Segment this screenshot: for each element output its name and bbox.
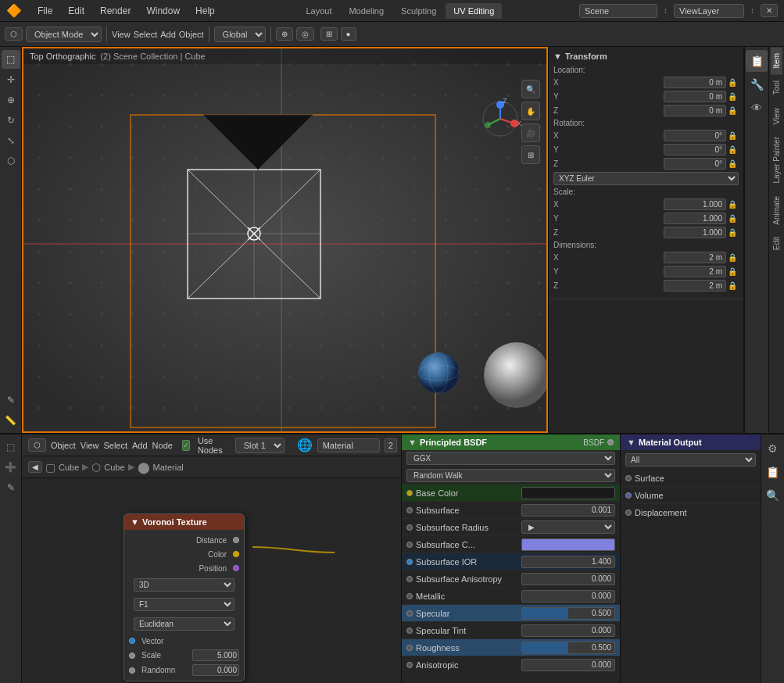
node-canvas[interactable]: ▼ Voronoi Texture Distance Color: [22, 478, 401, 683]
use-nodes-checkbox[interactable]: ✓: [182, 440, 190, 451]
subsurface-value[interactable]: 0.001: [521, 504, 615, 517]
specular-socket[interactable]: [406, 610, 413, 617]
ne-view-menu[interactable]: View: [81, 441, 99, 450]
grid-btn[interactable]: ⊞: [521, 145, 540, 164]
in-vector-socket[interactable]: [129, 638, 135, 644]
breadcrumb-cube1[interactable]: Cube: [59, 463, 79, 472]
scale-field[interactable]: [192, 649, 239, 661]
vtab-animate[interactable]: Animate: [771, 190, 782, 231]
spec-tint-socket[interactable]: [406, 628, 413, 634]
orbit-btn[interactable]: 🎥: [521, 123, 540, 142]
menu-file[interactable]: File: [31, 4, 59, 18]
node-editor-icon[interactable]: ⬡: [28, 438, 46, 452]
mode-icon-btn[interactable]: ⬡: [5, 27, 23, 41]
toolbar-view[interactable]: View: [112, 30, 131, 39]
menu-render[interactable]: Render: [94, 4, 137, 18]
loc-y-input[interactable]: [664, 91, 726, 102]
sss-aniso-socket[interactable]: [406, 576, 413, 582]
random-field[interactable]: [192, 664, 239, 676]
zoom-btn[interactable]: 🔍: [521, 80, 540, 98]
aniso-value[interactable]: 0.000: [521, 659, 615, 671]
loc-z-input[interactable]: [664, 105, 726, 116]
bsdf-sss-dropdown[interactable]: Random Walk: [406, 469, 615, 482]
roughness-socket[interactable]: [406, 645, 413, 651]
scale-x-input[interactable]: [664, 198, 726, 210]
out-color-socket[interactable]: [233, 551, 239, 557]
viewport[interactable]: Top Orthographic (2) Scene Collection | …: [22, 47, 548, 433]
tool-select[interactable]: ⬚: [2, 50, 20, 69]
voronoi-node[interactable]: ▼ Voronoi Texture Distance Color: [124, 513, 245, 681]
mat-volume-socket[interactable]: [625, 492, 632, 499]
breadcrumb-collapse[interactable]: ◀: [28, 461, 42, 473]
sss-ior-socket[interactable]: [406, 559, 413, 565]
sss-ior-value[interactable]: 1.400: [521, 556, 615, 568]
node-select-tool[interactable]: ⬚: [2, 438, 20, 456]
in-random-socket[interactable]: [129, 667, 135, 674]
ne-node-menu[interactable]: Node: [152, 441, 173, 450]
scene-input[interactable]: [579, 4, 657, 18]
ne-object-menu[interactable]: Object: [51, 441, 76, 450]
scale-z-input[interactable]: [664, 227, 726, 238]
sidebar-view-btn[interactable]: 👁: [746, 97, 768, 119]
ne-sidebar-icon-2[interactable]: 📋: [762, 461, 784, 483]
tool-cursor[interactable]: ✛: [2, 70, 20, 89]
transform-header[interactable]: ▼ Transform: [553, 52, 739, 61]
menu-edit[interactable]: Edit: [62, 4, 91, 18]
toolbar-add[interactable]: Add: [160, 30, 176, 39]
rot-y-lock[interactable]: 🔒: [726, 145, 739, 154]
ne-sidebar-icon-1[interactable]: ⚙: [762, 438, 784, 460]
subsurface-socket[interactable]: [406, 507, 413, 513]
close-btn[interactable]: ✕: [761, 4, 778, 17]
bsdf-dist-dropdown[interactable]: GGX: [406, 452, 615, 465]
voronoi-3d-dropdown[interactable]: 3D: [134, 578, 234, 592]
tool-annotate[interactable]: ✎: [2, 391, 20, 409]
viewlayer-input[interactable]: [674, 4, 744, 18]
toolbar-select[interactable]: Select: [134, 30, 158, 39]
breadcrumb-material[interactable]: Material: [153, 463, 184, 472]
bsdf-out-socket[interactable]: [607, 439, 614, 445]
metallic-socket[interactable]: [406, 593, 413, 599]
sidebar-tool-btn[interactable]: 🔧: [746, 73, 768, 95]
sss-color-socket[interactable]: [406, 542, 413, 548]
voronoi-f1-dropdown[interactable]: F1: [134, 598, 234, 611]
node-link-tool[interactable]: ➕: [2, 458, 20, 477]
loc-x-lock[interactable]: 🔒: [726, 78, 739, 87]
scale-y-input[interactable]: [664, 213, 726, 224]
euler-dropdown[interactable]: XYZ Euler: [553, 172, 739, 185]
sss-radius-socket[interactable]: [406, 524, 413, 531]
vtab-edit[interactable]: Edit: [771, 231, 782, 256]
sss-aniso-value[interactable]: 0.000: [521, 573, 615, 585]
base-color-socket[interactable]: [406, 490, 413, 496]
rot-y-input[interactable]: [664, 144, 726, 156]
spec-tint-value[interactable]: 0.000: [521, 624, 615, 637]
tab-sculpting[interactable]: Sculpting: [393, 3, 444, 19]
tool-measure[interactable]: 📏: [2, 411, 20, 430]
menu-window[interactable]: Window: [140, 4, 186, 18]
vtab-item[interactable]: Item: [771, 47, 782, 74]
vtab-view[interactable]: View: [771, 102, 782, 131]
in-scale-socket[interactable]: [129, 653, 135, 659]
tool-scale[interactable]: ⤡: [2, 131, 20, 150]
render-mode-btn[interactable]: ●: [341, 27, 356, 41]
transform-dropdown[interactable]: Global: [214, 27, 266, 42]
sss-radius-dropdown[interactable]: ▶: [521, 520, 615, 534]
slot-dropdown[interactable]: Slot 1: [235, 438, 285, 453]
dim-y-lock[interactable]: 🔒: [726, 267, 739, 276]
object-mode-dropdown[interactable]: Object Mode: [26, 27, 102, 42]
sss-color-preview[interactable]: [521, 538, 615, 551]
dim-x-lock[interactable]: 🔒: [726, 253, 739, 262]
mat-displacement-socket[interactable]: [625, 510, 632, 516]
vtab-tool[interactable]: Tool: [771, 74, 782, 101]
vtab-layer-painter[interactable]: Layer Painter: [771, 131, 782, 189]
snap-btn[interactable]: ⊕: [276, 27, 293, 41]
loc-x-input[interactable]: [664, 77, 726, 88]
scale-z-lock[interactable]: 🔒: [726, 228, 739, 237]
out-distance-socket[interactable]: [233, 537, 239, 543]
sidebar-item-btn[interactable]: 📋: [746, 50, 768, 72]
specular-value[interactable]: 0.500: [521, 607, 615, 620]
tool-transform[interactable]: ⬡: [2, 152, 20, 170]
scale-y-lock[interactable]: 🔒: [726, 214, 739, 223]
metallic-value[interactable]: 0.000: [521, 590, 615, 603]
material-name-input[interactable]: [317, 438, 380, 452]
out-position-socket[interactable]: [233, 565, 239, 571]
